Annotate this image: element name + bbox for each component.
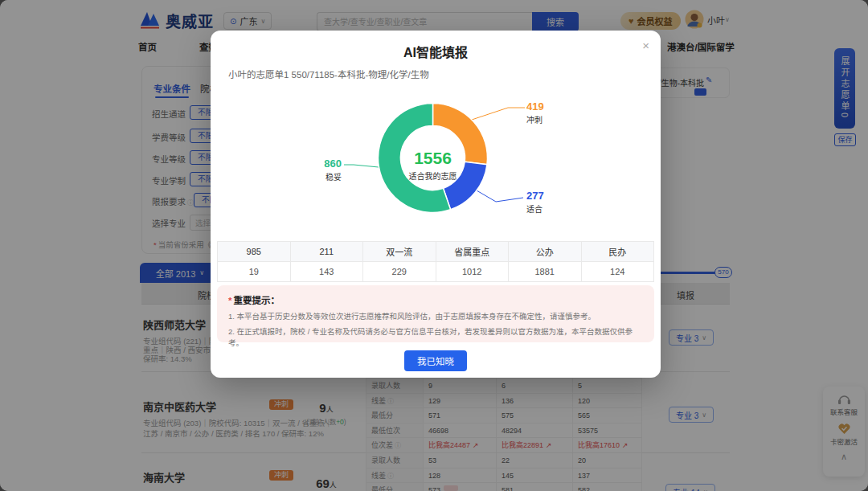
- stats-value: 143: [290, 262, 363, 282]
- notice-line: 1. 本平台基于历史分数及等效位次进行志愿推荐和风险评估，由于志愿填报本身存在不…: [228, 310, 643, 321]
- donut-chart: 1556 适合我的志愿 419 冲刺 277 适合 860 稳妥: [211, 82, 661, 220]
- callout-line-stable: [344, 165, 379, 167]
- callout-fit: 277 适合: [526, 190, 544, 215]
- notice-title: *重要提示：: [228, 293, 643, 306]
- school-type-stats-table: 985 211 双一流 省属重点 公办 民办 19 143 229 1012 1…: [217, 241, 654, 282]
- important-notice: *重要提示： 1. 本平台基于历史分数及等效位次进行志愿推荐和风险评估，由于志愿…: [217, 285, 654, 342]
- app-window: 奥威亚 ⊙ 广东 ∨ 搜索 ♥ 会员权益 小叶 ∨ 首页 查数据 港澳台/国际留…: [0, 0, 868, 491]
- stats-value: 124: [581, 262, 654, 282]
- total-count: 1556: [376, 149, 489, 167]
- stats-header: 民办: [581, 242, 654, 262]
- stats-value: 19: [218, 262, 291, 282]
- modal-subtitle: 小叶的志愿单1 550/71185-本科批-物理/化学/生物: [228, 68, 429, 80]
- notice-line: 2. 在正式填报时，院校 / 专业名称及代码请务必与官方信息平台核对，若发现差异…: [228, 325, 643, 348]
- total-label: 适合我的志愿: [376, 170, 489, 182]
- stats-header: 省属重点: [436, 242, 509, 262]
- callout-stable: 860 稳妥: [293, 158, 342, 182]
- stats-value: 229: [363, 262, 436, 282]
- callout-line-rush: [472, 108, 525, 120]
- callout-line-fit: [477, 190, 523, 202]
- stats-value: 1012: [436, 262, 509, 282]
- stats-header: 211: [290, 242, 363, 262]
- callout-rush: 419 冲刺: [526, 101, 544, 125]
- stats-header: 公办: [509, 242, 582, 262]
- modal-title: AI智能填报: [211, 42, 661, 61]
- stats-value: 1881: [509, 262, 582, 282]
- ai-report-modal: × AI智能填报 小叶的志愿单1 550/71185-本科批-物理/化学/生物 …: [211, 31, 661, 378]
- stats-header: 985: [218, 242, 291, 262]
- donut-center: 1556 适合我的志愿: [376, 149, 489, 182]
- stats-header: 双一流: [363, 242, 436, 262]
- confirm-button[interactable]: 我已知晓: [404, 350, 467, 371]
